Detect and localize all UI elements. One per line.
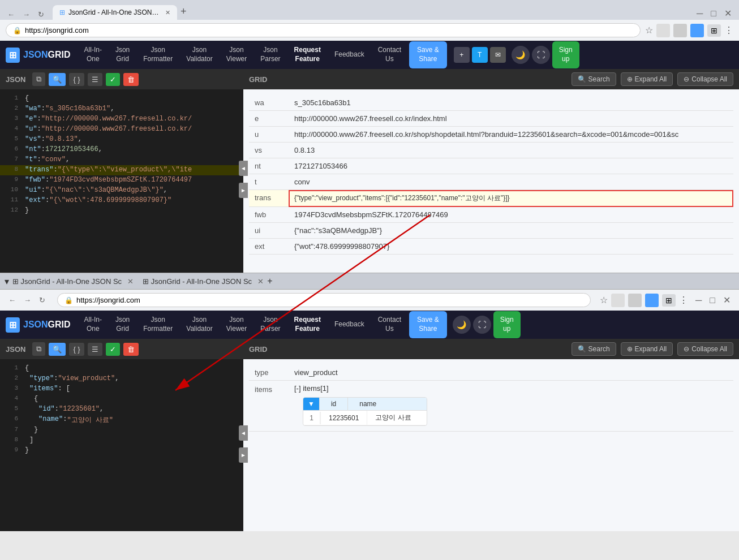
nav-request-feature1[interactable]: RequestFeature <box>289 42 326 67</box>
logo-text2: JSONGRID <box>23 320 71 330</box>
nav-feedback2[interactable]: Feedback <box>329 317 370 333</box>
nav-all-in-one1[interactable]: All-In-One <box>79 42 108 67</box>
json-line-4: 4"u": "http://000000.www267.freesell.co.… <box>0 124 243 135</box>
social-email1[interactable]: ✉ <box>490 47 506 63</box>
nav-request-feature2[interactable]: RequestFeature <box>289 312 326 337</box>
fullscreen-btn2[interactable]: ⛶ <box>473 316 491 334</box>
search-btn-json2[interactable]: 🔍 <box>49 343 66 356</box>
expand-all-btn2[interactable]: ⊕ Expand All <box>621 342 673 356</box>
taskbar-close1[interactable]: ✕ <box>127 277 134 286</box>
close-btn1[interactable]: ✕ <box>721 7 734 20</box>
nav-json-grid2[interactable]: JsonGrid <box>110 312 135 337</box>
btn-save-share1[interactable]: Save &Share <box>409 41 447 68</box>
tab-close1[interactable]: ✕ <box>165 9 170 16</box>
clear-btn1[interactable]: 🗑 <box>123 73 139 86</box>
nav-json-validator2[interactable]: JsonValidator <box>181 312 218 337</box>
format-btn1[interactable]: { } <box>69 73 84 86</box>
row-num-1: 1 <box>303 412 320 424</box>
expand-all-btn1[interactable]: ⊕ Expand All <box>621 72 673 86</box>
grid-row: tconv <box>249 174 733 190</box>
collapse-all-btn1[interactable]: ⊖ Collapse All <box>677 72 733 86</box>
validate-btn2[interactable]: ✓ <box>106 343 120 356</box>
nav-all-in-one2[interactable]: All-In-One <box>79 312 108 337</box>
nav-contact-us2[interactable]: ContactUs <box>372 312 407 337</box>
json-label1: JSON <box>6 75 25 84</box>
nav-forward-btn2[interactable]: → <box>21 295 34 305</box>
taskbar-add-tab[interactable]: + <box>267 276 272 286</box>
nav-json-validator1[interactable]: JsonValidator <box>181 42 218 67</box>
nav-json-formatter2[interactable]: JsonFormatter <box>138 312 178 337</box>
grid-row: ext{"wot":478.69999998807907} <box>249 239 733 255</box>
taskbar-close2[interactable]: ✕ <box>257 277 264 286</box>
maximize-btn1[interactable]: □ <box>708 7 719 20</box>
extensions-btn1[interactable]: ⊞ <box>707 24 721 37</box>
btn-signup2[interactable]: Signup <box>493 311 521 338</box>
grid-content2[interactable]: type view_product items [-] items[1] <box>243 359 739 531</box>
fullscreen-btn1[interactable]: ⛶ <box>532 46 550 64</box>
minimize-btn2[interactable]: ─ <box>693 294 704 307</box>
menu-btn2[interactable]: ⋮ <box>679 295 688 305</box>
dark-mode-btn2[interactable]: 🌙 <box>453 316 471 334</box>
copy-btn2[interactable]: ⧉ <box>32 342 45 356</box>
nav-back-btn1[interactable]: ← <box>5 9 18 20</box>
browser-tab1[interactable]: ⊞ JsonGrid - All-In-One JSON Sc ✕ <box>53 5 177 20</box>
json-content1[interactable]: 1{ 2"wa": "s_305c16ba63b1", 3"e": "http:… <box>0 89 243 273</box>
nav-back-btn2[interactable]: ← <box>6 295 19 305</box>
expand-right-btn1[interactable]: ► <box>239 183 248 198</box>
btn-save-share2[interactable]: Save &Share <box>409 311 447 338</box>
list-btn1[interactable]: ☰ <box>88 73 102 86</box>
validate-btn1[interactable]: ✓ <box>106 73 120 86</box>
filter-icon[interactable]: ▼ <box>303 398 319 410</box>
grid-content1[interactable]: was_305c16ba63b1ehttp://000000.www267.fr… <box>243 89 739 273</box>
grid-val: s_305c16ba63b1 <box>289 95 733 111</box>
grid-toolbar2: GRID 🔍 Search ⊕ Expand All ⊖ Collapse Al… <box>243 339 739 359</box>
nav-refresh-btn2[interactable]: ↻ <box>36 295 48 305</box>
search-btn-grid2[interactable]: 🔍 Search <box>572 342 616 356</box>
btn-signup1[interactable]: Signup <box>552 41 579 68</box>
grid-val: {"wot":478.69999998807907} <box>289 239 733 255</box>
star-icon2[interactable]: ☆ <box>600 295 608 305</box>
extensions-btn2[interactable]: ⊞ <box>662 294 676 307</box>
nav-json-parser2[interactable]: JsonParser <box>255 312 286 337</box>
expand-right-btn2[interactable]: ► <box>239 447 248 463</box>
nav-refresh-btn1[interactable]: ↻ <box>35 9 47 20</box>
star-icon1[interactable]: ☆ <box>645 25 653 36</box>
json-content2[interactable]: 1{ 2"type": "view_product", 3"items": [ … <box>0 359 243 531</box>
nav-forward-btn1[interactable]: → <box>20 9 33 20</box>
row-id-1: 12235601 <box>320 412 367 424</box>
collapse-left-btn2[interactable]: ◄ <box>239 425 248 441</box>
grid-key: e <box>249 111 289 127</box>
nav-feedback1[interactable]: Feedback <box>329 47 370 63</box>
nav-json-viewer2[interactable]: JsonViewer <box>221 312 252 337</box>
maximize-btn2[interactable]: □ <box>707 294 718 307</box>
copy-btn1[interactable]: ⧉ <box>32 72 45 86</box>
grid-panel2: GRID 🔍 Search ⊕ Expand All ⊖ Collapse Al… <box>243 339 739 531</box>
dark-mode-btn1[interactable]: 🌙 <box>512 46 530 64</box>
plus-icon2: ⊕ <box>627 345 633 353</box>
address-bar2[interactable]: 🔒 https://jsongrid.com <box>57 293 591 307</box>
minimize-btn1[interactable]: ─ <box>694 7 706 20</box>
nav-json-viewer1[interactable]: JsonViewer <box>221 42 252 67</box>
search-btn-json1[interactable]: 🔍 <box>49 73 66 86</box>
nav-contact-us1[interactable]: ContactUs <box>372 42 407 67</box>
search-btn-grid1[interactable]: 🔍 Search <box>572 72 616 86</box>
nav-json-grid1[interactable]: JsonGrid <box>110 42 135 67</box>
taskbar-dropdown1[interactable]: ▾ <box>5 276 9 287</box>
clear-btn2[interactable]: 🗑 <box>123 343 139 356</box>
social-twitter1[interactable]: T <box>472 47 488 63</box>
collapse-left-btn1[interactable]: ◄ <box>239 161 248 176</box>
new-tab-btn1[interactable]: + <box>178 3 189 20</box>
menu-btn1[interactable]: ⋮ <box>724 25 733 36</box>
list-btn2[interactable]: ☰ <box>88 343 102 356</box>
social-plus1[interactable]: + <box>454 47 470 63</box>
address-bar1[interactable]: 🔒 https://jsongrid.com <box>6 23 641 37</box>
close-btn2[interactable]: ✕ <box>720 294 733 307</box>
grid-val: 1974FD3cvdMsebsbpmSZFtK.1720764497469 <box>289 207 733 223</box>
grid-row: fwb1974FD3cvdMsebsbpmSZFtK.1720764497469 <box>249 207 733 223</box>
collapse-all-btn2[interactable]: ⊖ Collapse All <box>677 342 733 356</box>
format-btn2[interactable]: { } <box>69 343 84 356</box>
nav-json-formatter1[interactable]: JsonFormatter <box>138 42 178 67</box>
nav-json-parser1[interactable]: JsonParser <box>255 42 286 67</box>
items-nested-table: ▼ id name 1 12235601 고양이 사료 <box>303 397 427 426</box>
grid-key: ui <box>249 223 289 239</box>
